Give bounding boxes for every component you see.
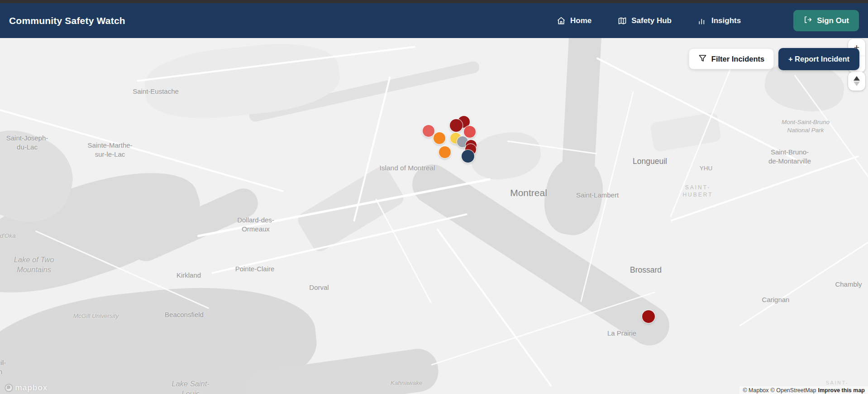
map-label: Mont-Saint-Bruno National Park xyxy=(782,118,830,135)
logout-icon xyxy=(803,15,812,26)
attribution-osm-link[interactable]: © OpenStreetMap xyxy=(771,387,816,394)
mapbox-logo[interactable]: mapbox xyxy=(5,383,48,393)
water-shape xyxy=(539,154,608,239)
compass-up-icon xyxy=(854,76,860,81)
nav-safety-hub-label: Safety Hub xyxy=(631,16,672,25)
road-line xyxy=(375,199,432,303)
map-label: Kirkland xyxy=(176,271,201,280)
water-shape xyxy=(142,38,342,125)
incident-marker[interactable] xyxy=(464,126,476,138)
attribution-mapbox-link[interactable]: © Mapbox xyxy=(743,387,768,394)
filter-incidents-button[interactable]: Filter Incidents xyxy=(689,48,774,69)
map-label: Montreal xyxy=(510,187,547,199)
app-title: Community Safety Watch xyxy=(9,15,125,26)
water-shape xyxy=(467,127,544,184)
road-line xyxy=(739,222,868,327)
nav-home-label: Home xyxy=(570,16,591,25)
map-compass-control[interactable] xyxy=(848,72,865,91)
map-label: Chambly xyxy=(835,280,862,289)
incident-marker[interactable] xyxy=(439,146,451,158)
home-icon xyxy=(557,16,566,25)
map-label: Sainte-Marthe- sur-le-Lac xyxy=(87,141,132,159)
sign-out-label: Sign Out xyxy=(817,16,849,25)
map-label: SAINT- HUBERT xyxy=(682,184,713,199)
map-label: YHU xyxy=(700,164,713,173)
incident-marker[interactable] xyxy=(642,310,655,323)
nav-safety-hub[interactable]: Safety Hub xyxy=(618,16,672,25)
road-line xyxy=(670,155,859,221)
funnel-icon xyxy=(698,54,707,64)
nav-home[interactable]: Home xyxy=(557,16,591,25)
incident-marker[interactable] xyxy=(423,125,434,137)
mapbox-logo-icon xyxy=(5,384,13,392)
map-attribution: © Mapbox © OpenStreetMap Improve this ma… xyxy=(739,386,868,394)
map-icon xyxy=(618,16,627,25)
incident-marker[interactable] xyxy=(434,132,445,144)
map-label: Longueuil xyxy=(633,156,667,167)
sign-out-button[interactable]: Sign Out xyxy=(793,10,859,31)
compass-down-icon xyxy=(854,82,860,86)
mapbox-logo-word: mapbox xyxy=(15,383,48,393)
nav-insights-label: Insights xyxy=(711,16,741,25)
app-header: Community Safety Watch Home Safety Hub I… xyxy=(0,3,868,38)
map-canvas[interactable]: Saint-EustacheSaint-Joseph- du-LacSainte… xyxy=(0,38,868,394)
main-nav: Home Safety Hub Insights Sign Out xyxy=(557,10,859,31)
nav-insights[interactable]: Insights xyxy=(698,16,741,25)
report-incident-button[interactable]: + Report Incident xyxy=(778,48,859,70)
incident-marker[interactable] xyxy=(462,150,474,163)
incident-marker[interactable] xyxy=(450,119,463,132)
window-top-strip xyxy=(0,0,868,3)
attribution-improve-link[interactable]: Improve this map xyxy=(818,387,865,394)
filter-incidents-label: Filter Incidents xyxy=(711,55,764,63)
map-label: Dorval xyxy=(309,283,329,292)
map-label: Brossard xyxy=(630,265,662,275)
report-incident-label: + Report Incident xyxy=(788,55,849,63)
bar-chart-icon xyxy=(698,16,707,25)
